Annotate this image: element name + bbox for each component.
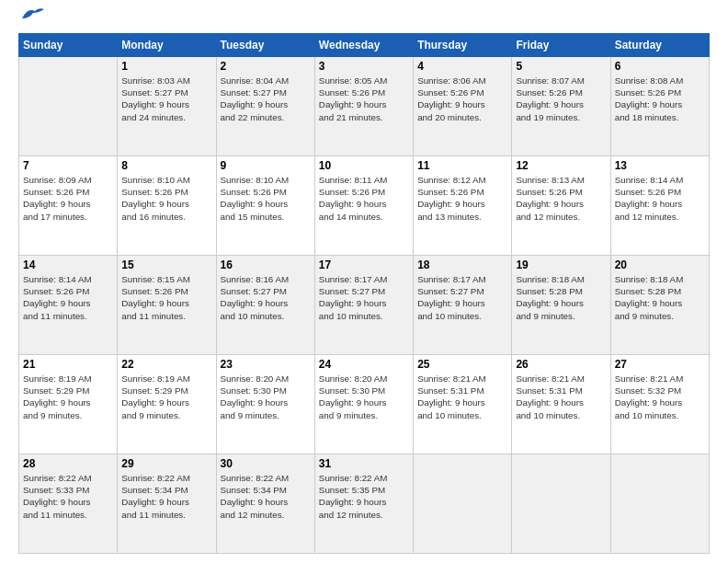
day-number: 26: [516, 358, 606, 371]
day-info: Sunrise: 8:22 AM Sunset: 5:33 PM Dayligh…: [23, 472, 113, 521]
day-info: Sunrise: 8:09 AM Sunset: 5:26 PM Dayligh…: [23, 174, 113, 223]
day-info: Sunrise: 8:06 AM Sunset: 5:26 PM Dayligh…: [417, 75, 507, 123]
day-number: 19: [516, 259, 606, 271]
day-info: Sunrise: 8:15 AM Sunset: 5:26 PM Dayligh…: [121, 273, 211, 322]
calendar-cell: 29Sunrise: 8:22 AM Sunset: 5:34 PM Dayli…: [118, 454, 216, 554]
day-info: Sunrise: 8:21 AM Sunset: 5:31 PM Dayligh…: [417, 373, 507, 421]
day-number: 29: [121, 457, 211, 470]
day-number: 31: [319, 457, 409, 470]
calendar-cell: [19, 57, 118, 156]
weekday-header-monday: Monday: [118, 34, 216, 57]
day-number: 11: [417, 159, 507, 172]
day-info: Sunrise: 8:12 AM Sunset: 5:26 PM Dayligh…: [417, 174, 507, 223]
day-number: 20: [615, 259, 705, 271]
calendar-cell: 5Sunrise: 8:07 AM Sunset: 5:26 PM Daylig…: [512, 57, 610, 156]
day-info: Sunrise: 8:20 AM Sunset: 5:30 PM Dayligh…: [221, 373, 311, 421]
weekday-header-tuesday: Tuesday: [216, 34, 314, 57]
day-info: Sunrise: 8:14 AM Sunset: 5:26 PM Dayligh…: [615, 174, 705, 223]
calendar-cell: [512, 454, 610, 554]
calendar-cell: 2Sunrise: 8:04 AM Sunset: 5:27 PM Daylig…: [216, 57, 314, 156]
day-info: Sunrise: 8:16 AM Sunset: 5:27 PM Dayligh…: [221, 273, 311, 322]
calendar-week-row: 14Sunrise: 8:14 AM Sunset: 5:26 PM Dayli…: [19, 256, 710, 355]
day-number: 23: [221, 358, 311, 371]
day-number: 18: [417, 259, 507, 271]
day-number: 1: [121, 60, 211, 73]
calendar-cell: 21Sunrise: 8:19 AM Sunset: 5:29 PM Dayli…: [19, 355, 118, 454]
calendar-cell: 28Sunrise: 8:22 AM Sunset: 5:33 PM Dayli…: [19, 454, 118, 554]
day-info: Sunrise: 8:21 AM Sunset: 5:31 PM Dayligh…: [516, 373, 606, 421]
weekday-header-saturday: Saturday: [610, 34, 709, 57]
logo-bird-icon: [20, 6, 46, 22]
day-info: Sunrise: 8:10 AM Sunset: 5:26 PM Dayligh…: [121, 174, 211, 223]
calendar-week-row: 1Sunrise: 8:03 AM Sunset: 5:27 PM Daylig…: [19, 57, 710, 156]
calendar-cell: 15Sunrise: 8:15 AM Sunset: 5:26 PM Dayli…: [118, 256, 216, 355]
day-info: Sunrise: 8:21 AM Sunset: 5:32 PM Dayligh…: [615, 373, 705, 421]
day-number: 30: [221, 457, 311, 470]
calendar-cell: 23Sunrise: 8:20 AM Sunset: 5:30 PM Dayli…: [216, 355, 314, 454]
calendar-cell: 27Sunrise: 8:21 AM Sunset: 5:32 PM Dayli…: [610, 355, 709, 454]
calendar-table: SundayMondayTuesdayWednesdayThursdayFrid…: [18, 33, 710, 554]
calendar-cell: 26Sunrise: 8:21 AM Sunset: 5:31 PM Dayli…: [512, 355, 610, 454]
calendar-cell: 25Sunrise: 8:21 AM Sunset: 5:31 PM Dayli…: [414, 355, 512, 454]
day-info: Sunrise: 8:22 AM Sunset: 5:34 PM Dayligh…: [121, 472, 211, 521]
day-number: 9: [221, 159, 311, 172]
day-number: 15: [121, 259, 211, 271]
logo: [18, 18, 46, 22]
header: [18, 18, 710, 22]
calendar-cell: 7Sunrise: 8:09 AM Sunset: 5:26 PM Daylig…: [19, 156, 118, 256]
day-info: Sunrise: 8:20 AM Sunset: 5:30 PM Dayligh…: [319, 373, 409, 421]
calendar-cell: [610, 454, 709, 554]
day-number: 7: [23, 159, 113, 172]
weekday-header-friday: Friday: [512, 34, 610, 57]
calendar-page: SundayMondayTuesdayWednesdayThursdayFrid…: [0, 0, 728, 563]
calendar-cell: 17Sunrise: 8:17 AM Sunset: 5:27 PM Dayli…: [314, 256, 413, 355]
day-number: 5: [516, 60, 606, 73]
day-number: 21: [23, 358, 113, 371]
day-number: 16: [221, 259, 311, 271]
day-info: Sunrise: 8:10 AM Sunset: 5:26 PM Dayligh…: [221, 174, 311, 223]
day-info: Sunrise: 8:22 AM Sunset: 5:34 PM Dayligh…: [221, 472, 311, 521]
day-number: 8: [121, 159, 211, 172]
calendar-cell: 1Sunrise: 8:03 AM Sunset: 5:27 PM Daylig…: [118, 57, 216, 156]
day-number: 3: [319, 60, 409, 73]
day-info: Sunrise: 8:19 AM Sunset: 5:29 PM Dayligh…: [23, 373, 113, 421]
day-info: Sunrise: 8:04 AM Sunset: 5:27 PM Dayligh…: [221, 75, 311, 123]
day-number: 24: [319, 358, 409, 371]
weekday-header-sunday: Sunday: [19, 34, 118, 57]
day-info: Sunrise: 8:08 AM Sunset: 5:26 PM Dayligh…: [615, 75, 705, 123]
calendar-cell: 12Sunrise: 8:13 AM Sunset: 5:26 PM Dayli…: [512, 156, 610, 256]
day-number: 10: [319, 159, 409, 172]
calendar-cell: 14Sunrise: 8:14 AM Sunset: 5:26 PM Dayli…: [19, 256, 118, 355]
weekday-header-row: SundayMondayTuesdayWednesdayThursdayFrid…: [19, 34, 710, 57]
calendar-cell: 4Sunrise: 8:06 AM Sunset: 5:26 PM Daylig…: [414, 57, 512, 156]
weekday-header-thursday: Thursday: [414, 34, 512, 57]
calendar-week-row: 21Sunrise: 8:19 AM Sunset: 5:29 PM Dayli…: [19, 355, 710, 454]
calendar-cell: 24Sunrise: 8:20 AM Sunset: 5:30 PM Dayli…: [314, 355, 413, 454]
day-info: Sunrise: 8:13 AM Sunset: 5:26 PM Dayligh…: [516, 174, 606, 223]
day-number: 12: [516, 159, 606, 172]
calendar-cell: 31Sunrise: 8:22 AM Sunset: 5:35 PM Dayli…: [314, 454, 413, 554]
calendar-week-row: 7Sunrise: 8:09 AM Sunset: 5:26 PM Daylig…: [19, 156, 710, 256]
day-number: 2: [221, 60, 311, 73]
calendar-cell: 18Sunrise: 8:17 AM Sunset: 5:27 PM Dayli…: [414, 256, 512, 355]
day-info: Sunrise: 8:22 AM Sunset: 5:35 PM Dayligh…: [319, 472, 409, 521]
calendar-cell: 8Sunrise: 8:10 AM Sunset: 5:26 PM Daylig…: [118, 156, 216, 256]
day-info: Sunrise: 8:19 AM Sunset: 5:29 PM Dayligh…: [121, 373, 211, 421]
calendar-cell: 9Sunrise: 8:10 AM Sunset: 5:26 PM Daylig…: [216, 156, 314, 256]
day-info: Sunrise: 8:17 AM Sunset: 5:27 PM Dayligh…: [417, 273, 507, 322]
day-number: 6: [615, 60, 705, 73]
calendar-cell: 30Sunrise: 8:22 AM Sunset: 5:34 PM Dayli…: [216, 454, 314, 554]
day-info: Sunrise: 8:03 AM Sunset: 5:27 PM Dayligh…: [121, 75, 211, 123]
day-number: 4: [417, 60, 507, 73]
calendar-cell: 6Sunrise: 8:08 AM Sunset: 5:26 PM Daylig…: [610, 57, 709, 156]
calendar-cell: 11Sunrise: 8:12 AM Sunset: 5:26 PM Dayli…: [414, 156, 512, 256]
calendar-cell: 22Sunrise: 8:19 AM Sunset: 5:29 PM Dayli…: [118, 355, 216, 454]
calendar-week-row: 28Sunrise: 8:22 AM Sunset: 5:33 PM Dayli…: [19, 454, 710, 554]
day-info: Sunrise: 8:17 AM Sunset: 5:27 PM Dayligh…: [319, 273, 409, 322]
day-number: 22: [121, 358, 211, 371]
day-number: 25: [417, 358, 507, 371]
calendar-cell: 16Sunrise: 8:16 AM Sunset: 5:27 PM Dayli…: [216, 256, 314, 355]
weekday-header-wednesday: Wednesday: [314, 34, 413, 57]
calendar-cell: 10Sunrise: 8:11 AM Sunset: 5:26 PM Dayli…: [314, 156, 413, 256]
day-number: 28: [23, 457, 113, 470]
